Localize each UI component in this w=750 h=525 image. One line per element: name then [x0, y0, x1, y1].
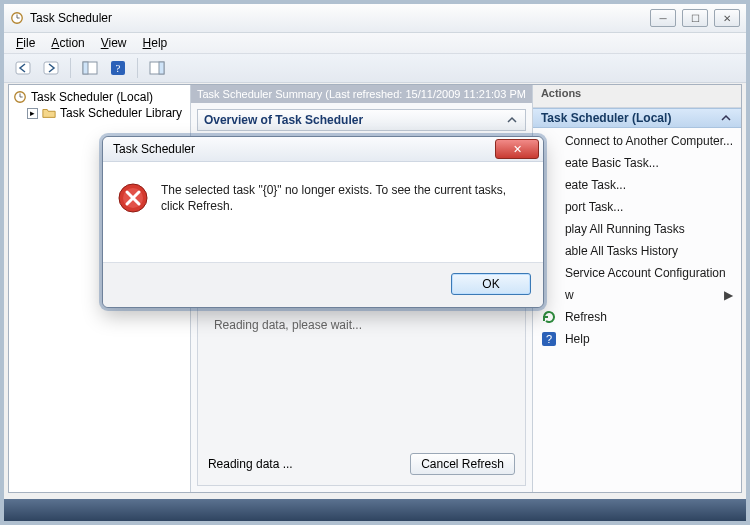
action-service-account[interactable]: Service Account Configuration [533, 262, 741, 284]
action-view-submenu[interactable]: w ▶ [533, 284, 741, 306]
action-label: able All Tasks History [565, 244, 678, 258]
tree-item-label: Task Scheduler Library [60, 106, 182, 120]
action-label: eate Task... [565, 178, 626, 192]
summary-header: Task Scheduler Summary (Last refreshed: … [191, 85, 532, 103]
svg-text:?: ? [116, 62, 121, 74]
svg-rect-3 [16, 62, 30, 74]
cancel-refresh-button[interactable]: Cancel Refresh [410, 453, 515, 475]
dialog-close-button[interactable]: ✕ [495, 139, 539, 159]
folder-icon [42, 106, 56, 120]
refresh-icon [541, 309, 557, 325]
tree-panel-icon [82, 61, 98, 75]
clock-icon [13, 90, 27, 104]
show-hide-tree-button[interactable] [77, 56, 103, 80]
menu-action[interactable]: Action [45, 35, 90, 51]
actions-pane: Actions Task Scheduler (Local) Connect t… [532, 85, 741, 492]
arrow-left-icon [15, 61, 31, 75]
taskbar [4, 499, 746, 521]
submenu-arrow-icon: ▶ [724, 288, 733, 302]
show-hide-action-pane-button[interactable] [144, 56, 170, 80]
menu-bar: File Action View Help [4, 33, 746, 54]
chevron-up-icon [719, 111, 733, 125]
action-help[interactable]: ? Help [533, 328, 741, 350]
menu-file[interactable]: File [10, 35, 41, 51]
reading-footer: Reading data ... [208, 457, 293, 471]
action-label: eate Basic Task... [565, 156, 659, 170]
action-enable-history[interactable]: able All Tasks History [533, 240, 741, 262]
window-title: Task Scheduler [30, 11, 112, 25]
action-refresh[interactable]: Refresh [533, 306, 741, 328]
overview-band[interactable]: Overview of Task Scheduler [197, 109, 526, 131]
forward-button[interactable] [38, 56, 64, 80]
back-button[interactable] [10, 56, 36, 80]
menu-help[interactable]: Help [137, 35, 174, 51]
menu-view[interactable]: View [95, 35, 133, 51]
svg-text:?: ? [546, 333, 552, 345]
app-icon [10, 11, 24, 25]
action-label: port Task... [565, 200, 623, 214]
reading-status: Reading data, please wait... [214, 318, 362, 332]
svg-rect-4 [44, 62, 58, 74]
expand-icon[interactable]: ▸ [27, 108, 38, 119]
action-label: Refresh [565, 310, 607, 324]
help-icon: ? [110, 60, 126, 76]
action-display-running[interactable]: play All Running Tasks [533, 218, 741, 240]
actions-group-header[interactable]: Task Scheduler (Local) [533, 108, 741, 128]
action-label: Service Account Configuration [565, 266, 726, 280]
action-create-basic-task[interactable]: eate Basic Task... [533, 152, 741, 174]
dialog-message: The selected task "{0}" no longer exists… [161, 182, 525, 214]
toolbar: ? [4, 54, 746, 83]
actions-header: Actions [533, 85, 741, 108]
action-label: Help [565, 332, 590, 346]
window-close-button[interactable]: ✕ [714, 9, 740, 27]
help-toolbar-button[interactable]: ? [105, 56, 131, 80]
action-create-task[interactable]: eate Task... [533, 174, 741, 196]
minimize-button[interactable]: ─ [650, 9, 676, 27]
action-connect[interactable]: Connect to Another Computer... [533, 130, 741, 152]
action-label: play All Running Tasks [565, 222, 685, 236]
action-label: Connect to Another Computer... [565, 134, 733, 148]
arrow-right-icon [43, 61, 59, 75]
svg-rect-10 [159, 62, 164, 74]
maximize-button[interactable]: ☐ [682, 9, 708, 27]
actions-panel-icon [149, 61, 165, 75]
tree-item-library[interactable]: ▸ Task Scheduler Library [25, 105, 188, 121]
svg-rect-6 [83, 62, 88, 74]
error-dialog: Task Scheduler ✕ The selected task "{0}"… [102, 136, 544, 308]
overview-label: Overview of Task Scheduler [204, 113, 363, 127]
help-icon: ? [541, 331, 557, 347]
action-label: w [565, 288, 574, 302]
actions-group-label: Task Scheduler (Local) [541, 111, 671, 125]
dialog-title: Task Scheduler [113, 142, 195, 156]
tree-root-label: Task Scheduler (Local) [31, 90, 153, 104]
chevron-collapse-icon[interactable] [505, 113, 519, 127]
action-import-task[interactable]: port Task... [533, 196, 741, 218]
ok-button[interactable]: OK [451, 273, 531, 295]
tree-root[interactable]: Task Scheduler (Local) [11, 89, 188, 105]
title-bar: Task Scheduler ─ ☐ ✕ [4, 4, 746, 33]
error-icon [117, 182, 149, 214]
